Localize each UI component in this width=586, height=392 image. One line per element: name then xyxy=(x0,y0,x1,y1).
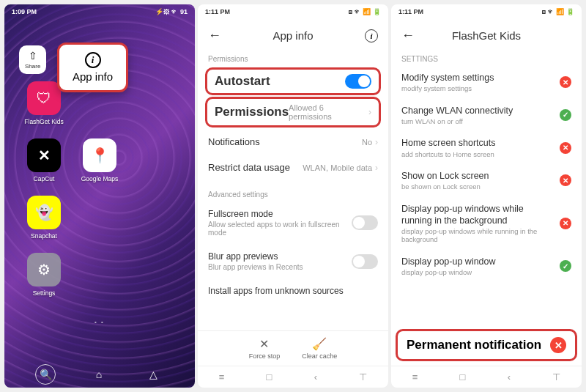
section-advanced: Advanced settings xyxy=(198,188,388,201)
app-snapchat[interactable]: 👻 Snapchat xyxy=(19,196,69,240)
share-icon: ⇧ xyxy=(29,50,37,62)
permissions-row[interactable]: Permissions Allowed 6 permissions› xyxy=(207,99,379,125)
status-icons-right: ⚡⚙ ᯤ 91 xyxy=(155,8,188,15)
perm-modify-system[interactable]: Modify system settingsmodify system sett… xyxy=(391,66,582,99)
restrict-data-row[interactable]: Restrict data usage WLAN, Mobile data› xyxy=(198,155,388,180)
share-label: Share xyxy=(25,63,40,70)
system-nav: ≡ □ ‹ ⊤ xyxy=(391,366,582,388)
notifications-row[interactable]: Notifications No› xyxy=(198,129,388,155)
deny-icon: ✕ xyxy=(560,142,571,154)
status-time: 1:11 PM xyxy=(398,8,423,15)
deny-icon: ✕ xyxy=(560,76,571,88)
phone-permissions: 1:11 PM ⊡ ᯤ 📶 🔋 ← FlashGet Kids SETTINGS… xyxy=(391,4,582,388)
deny-icon: ✕ xyxy=(560,174,571,186)
status-bar: 1:09 PM ⚡⚙ ᯤ 91 xyxy=(4,4,195,19)
status-time: 1:09 PM xyxy=(12,8,37,15)
section-settings: SETTINGS xyxy=(391,52,582,66)
maps-icon: 📍 xyxy=(83,138,116,172)
back-button[interactable]: ‹ xyxy=(314,371,317,382)
permissions-list: Modify system settingsmodify system sett… xyxy=(391,66,582,366)
permanent-notification-highlight[interactable]: Permanent notification ✕ xyxy=(396,329,577,361)
permissions-highlight: Permissions Allowed 6 permissions› xyxy=(205,97,381,127)
back-button[interactable]: ‹ xyxy=(508,371,511,382)
back-button[interactable]: ← xyxy=(208,28,221,43)
settings-icon: ⚙ xyxy=(27,253,61,286)
info-icon[interactable]: i xyxy=(365,29,378,42)
status-icons-right: ⊡ ᯤ 📶 🔋 xyxy=(349,8,381,15)
capcut-icon: ✕ xyxy=(27,138,61,172)
accessibility-button[interactable]: ⊤ xyxy=(552,371,560,382)
search-button[interactable]: 🔍 xyxy=(35,364,56,385)
perm-wlan[interactable]: Change WLAN connectivityturn WLAN on or … xyxy=(391,99,582,132)
accessibility-button[interactable]: ⊤ xyxy=(359,371,367,382)
page-title: FlashGet Kids xyxy=(452,29,521,42)
app-google-maps[interactable]: 📍 Google Maps xyxy=(75,138,125,182)
phone-app-info: 1:11 PM ⊡ ᯤ 📶 🔋 ← App info i Permissions… xyxy=(198,4,388,388)
home-button[interactable]: □ xyxy=(267,371,272,382)
fullscreen-toggle[interactable] xyxy=(352,215,378,230)
permissions-header: ← FlashGet Kids xyxy=(391,19,582,52)
app-info-label: App info xyxy=(73,70,113,83)
autostart-toggle[interactable] xyxy=(345,74,371,89)
perm-shortcuts[interactable]: Home screen shortcutsadd shortcuts to Ho… xyxy=(391,131,582,164)
settings-list: Permissions Autostart Permissions Allowe… xyxy=(198,52,388,330)
blur-toggle[interactable] xyxy=(352,254,378,269)
page-dots: • • xyxy=(12,319,188,325)
deny-icon: ✕ xyxy=(550,337,566,353)
fullscreen-row[interactable]: Fullscreen mode Allow selected apps to w… xyxy=(198,201,388,244)
system-nav: ≡ □ ‹ ⊤ xyxy=(198,366,388,388)
status-bar: 1:11 PM ⊡ ᯤ 📶 🔋 xyxy=(391,4,582,19)
flashget-icon: 🛡 xyxy=(27,81,61,115)
force-stop-button[interactable]: ✕ Force stop xyxy=(249,337,281,360)
status-icons-right: ⊡ ᯤ 📶 🔋 xyxy=(542,8,574,15)
app-settings[interactable]: ⚙ Settings xyxy=(19,253,69,297)
autostart-highlight: Autostart xyxy=(205,67,381,95)
menu-button[interactable]: ≡ xyxy=(219,371,225,382)
recents-button[interactable]: △ xyxy=(142,363,164,385)
perm-popup[interactable]: Display pop-up windowdisplay pop-up wind… xyxy=(391,250,582,283)
allow-icon: ✓ xyxy=(560,260,571,272)
share-button[interactable]: ⇧ Share xyxy=(19,45,46,74)
perm-popup-bg[interactable]: Display pop-up windows while running in … xyxy=(391,197,582,250)
info-icon: i xyxy=(85,52,101,68)
back-button[interactable]: ← xyxy=(401,28,415,43)
blur-row[interactable]: Blur app previews Blur app previews in R… xyxy=(198,244,388,278)
home-content: ⇧ Share i App info 🛡 FlashGet Kids ✕ Cap… xyxy=(4,19,195,361)
menu-button[interactable]: ≡ xyxy=(412,371,418,382)
clear-cache-button[interactable]: 🧹 Clear cache xyxy=(302,337,337,360)
app-info-popup[interactable]: i App info xyxy=(57,42,128,92)
allow-icon: ✓ xyxy=(560,109,571,121)
close-icon: ✕ xyxy=(259,337,269,351)
page-title: App info xyxy=(272,29,313,42)
autostart-row[interactable]: Autostart xyxy=(207,70,379,93)
home-button[interactable]: □ xyxy=(460,371,466,382)
status-time: 1:11 PM xyxy=(205,8,230,15)
perm-lockscreen[interactable]: Show on Lock screenbe shown on Lock scre… xyxy=(391,164,582,197)
phone-home-screen: 1:09 PM ⚡⚙ ᯤ 91 ⇧ Share i App info 🛡 Fla… xyxy=(4,4,195,388)
status-bar: 1:11 PM ⊡ ᯤ 📶 🔋 xyxy=(198,4,388,19)
snapchat-icon: 👻 xyxy=(27,196,61,229)
bottom-actions: ✕ Force stop 🧹 Clear cache xyxy=(198,330,388,366)
nav-bar: 🔍 ⌂ △ xyxy=(4,361,195,388)
broom-icon: 🧹 xyxy=(312,337,327,351)
section-permissions: Permissions xyxy=(198,52,388,66)
app-info-header: ← App info i xyxy=(198,19,388,52)
app-capcut[interactable]: ✕ CapCut xyxy=(19,138,69,182)
deny-icon: ✕ xyxy=(560,218,571,229)
home-button[interactable]: ⌂ xyxy=(88,363,110,385)
install-unknown-row[interactable]: Install apps from unknown sources xyxy=(198,278,388,303)
app-grid: 🛡 FlashGet Kids ✕ CapCut 📍 Google Maps 👻… xyxy=(12,81,188,297)
